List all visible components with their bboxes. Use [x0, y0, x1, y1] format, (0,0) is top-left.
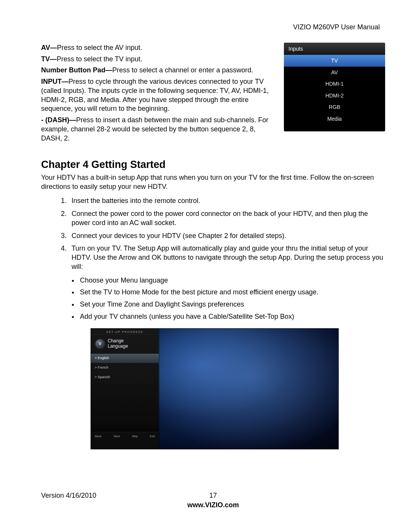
setup-step: Connect the power cord to the power cord… — [68, 209, 385, 228]
setup-heading-text: Change Language — [108, 339, 128, 349]
chapter-intro: Your HDTV has a built-in setup App that … — [41, 173, 385, 192]
remote-functions-block: AV—Press to select the AV input. TV—Pres… — [41, 43, 385, 145]
tv-line: TV—Press to select the TV input. — [41, 55, 274, 64]
doc-title: VIZIO M260VP User Manual — [41, 23, 380, 32]
setup-heading: V Change Language — [91, 335, 159, 354]
chapter-title: Chapter 4 Getting Started — [41, 158, 385, 172]
input-text: Press to cycle through the various devic… — [41, 78, 269, 112]
setup-substep: Add your TV channels (unless you have a … — [78, 312, 385, 321]
input-line: INPUT—Press to cycle through the various… — [41, 77, 274, 113]
av-label: AV— — [41, 44, 57, 51]
numpad-label: Number Button Pad— — [41, 66, 112, 74]
setup-bottom-bar: Back Next Skip Exit — [91, 432, 159, 441]
setup-progress-label: SET-UP PROGRESS — [91, 329, 159, 335]
setup-app-sidebar: SET-UP PROGRESS V Change Language > Engl… — [91, 329, 159, 449]
setup-substep: Choose your Menu language — [78, 276, 385, 285]
setup-heading-line2: Language — [108, 344, 128, 349]
setup-substep: Set your Time Zone and Daylight Savings … — [78, 300, 385, 309]
input-option-tv[interactable]: TV — [284, 55, 385, 66]
input-option-av[interactable]: AV — [284, 67, 385, 78]
setup-substep: Set the TV to Home Mode for the best pic… — [78, 288, 385, 297]
setup-steps-list: Insert the batteries into the remote con… — [41, 197, 385, 271]
vizio-logo-icon: V — [96, 339, 105, 348]
av-text: Press to select the AV input. — [57, 44, 142, 51]
manual-page: VIZIO M260VP User Manual AV—Press to sel… — [0, 0, 411, 532]
input-option-hdmi1[interactable]: HDMI-1 — [284, 78, 385, 89]
language-option-spanish[interactable]: > Spanish — [91, 373, 159, 382]
setup-skip-button[interactable]: Skip — [132, 435, 138, 439]
setup-substeps-list: Choose your Menu language Set the TV to … — [41, 276, 385, 321]
remote-functions-text: AV—Press to select the AV input. TV—Pres… — [41, 43, 274, 145]
tv-label: TV— — [41, 55, 57, 63]
av-line: AV—Press to select the AV input. — [41, 43, 274, 53]
setup-exit-button[interactable]: Exit — [150, 435, 155, 439]
inputs-panel: Inputs TV AV HDMI-1 HDMI-2 RGB Media — [284, 43, 385, 131]
page-footer: Version 4/16/2010 17 www.VIZIO.com — [41, 491, 385, 510]
language-option-english[interactable]: > English — [91, 354, 159, 363]
dash-label: - (DASH)— — [41, 116, 76, 124]
numpad-text: Press to select a channel or enter a pas… — [112, 66, 253, 74]
footer-version: Version 4/16/2010 — [41, 491, 96, 500]
tv-text: Press to select the TV input. — [57, 55, 142, 63]
language-option-french[interactable]: > French — [91, 363, 159, 373]
dash-line: - (DASH)—Press to insert a dash between … — [41, 116, 274, 143]
numpad-line: Number Button Pad—Press to select a chan… — [41, 66, 274, 75]
setup-step: Turn on your TV. The Setup App will auto… — [68, 244, 385, 271]
setup-step: Connect your devices to your HDTV (see C… — [68, 232, 385, 241]
input-option-hdmi2[interactable]: HDMI-2 — [284, 90, 385, 101]
footer-url: www.VIZIO.com — [41, 501, 385, 510]
input-label: INPUT— — [41, 78, 68, 85]
setup-heading-line1: Change — [108, 339, 128, 344]
setup-back-button[interactable]: Back — [95, 435, 102, 439]
setup-next-button[interactable]: Next — [113, 435, 119, 439]
setup-step: Insert the batteries into the remote con… — [68, 197, 385, 206]
inputs-panel-title: Inputs — [284, 43, 385, 55]
setup-app-screenshot: SET-UP PROGRESS V Change Language > Engl… — [91, 328, 339, 449]
setup-empty-space — [91, 382, 159, 432]
input-option-rgb[interactable]: RGB — [284, 101, 385, 113]
input-option-media[interactable]: Media — [284, 113, 385, 125]
